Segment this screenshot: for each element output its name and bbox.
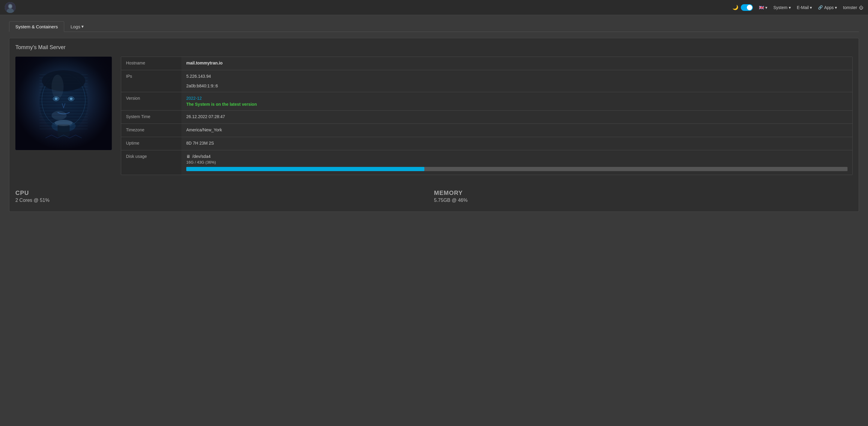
disk-usage-row: Disk usage 🖥 /dev/sda4 16G / 43G (36%) [121, 150, 852, 175]
server-card-title: Tommy's Mail Server [16, 44, 852, 51]
apps-menu-chevron: ▾ [835, 5, 837, 10]
hostname-label: Hostname [121, 57, 181, 70]
email-menu-chevron: ▾ [810, 5, 812, 10]
link-icon: 🔗 [818, 5, 823, 10]
dark-mode-toggle-container: 🌙 [733, 4, 753, 11]
server-info-layout: Hostname mail.tommytran.io IPs 5.226.143… [16, 57, 852, 175]
memory-title: MEMORY [434, 190, 852, 196]
version-row: Version 2022-12 The System is on the lat… [121, 92, 852, 110]
svg-point-31 [42, 70, 85, 91]
disk-usage-label: Disk usage [121, 150, 181, 175]
ip1: 5.226.143.94 [186, 74, 847, 78]
tab-logs[interactable]: Logs ▾ [64, 21, 90, 32]
system-time-value: 26.12.2022 07:28:47 [181, 110, 852, 124]
disk-device-label: /dev/sda4 [192, 154, 211, 159]
logs-chevron: ▾ [82, 24, 84, 29]
navbar-right: 🌙 🇬🇧 ▾ System ▾ E-Mail ▾ 🔗 Apps ▾ tomste… [733, 4, 863, 11]
disk-progress-bar [186, 167, 847, 171]
dark-mode-toggle[interactable] [741, 4, 753, 11]
avatar[interactable] [5, 2, 16, 13]
system-time-row: System Time 26.12.2022 07:28:47 [121, 110, 852, 124]
metrics-section: CPU 2 Cores @ 51% MEMORY 5.75GB @ 46% [16, 182, 852, 205]
hostname-value: mail.tommytran.io [181, 57, 852, 70]
timezone-value: America/New_York [181, 124, 852, 137]
system-time-label: System Time [121, 110, 181, 124]
moon-icon: 🌙 [733, 4, 738, 10]
email-menu-label: E-Mail [797, 5, 809, 10]
system-menu-label: System [773, 5, 787, 10]
ips-label: IPs [121, 70, 181, 92]
svg-rect-34 [58, 124, 70, 136]
ips-value: 5.226.143.94 2a0b:b840:1:9::6 [181, 70, 852, 92]
language-chevron: ▾ [765, 5, 767, 10]
tab-system-containers[interactable]: System & Containers [9, 22, 64, 32]
cpu-block: CPU 2 Cores @ 51% [16, 187, 434, 205]
system-menu-button[interactable]: System ▾ [773, 5, 791, 10]
disk-size-label: 16G / 43G (36%) [186, 160, 847, 164]
tabs-bar: System & Containers Logs ▾ [9, 21, 859, 32]
info-table: Hostname mail.tommytran.io IPs 5.226.143… [121, 57, 852, 175]
memory-block: MEMORY 5.75GB @ 46% [434, 187, 852, 205]
username-label: tomster [843, 5, 857, 10]
svg-point-32 [52, 75, 64, 99]
apps-menu-label: Apps [824, 5, 834, 10]
timezone-label: Timezone [121, 124, 181, 137]
svg-point-30 [70, 98, 73, 100]
apps-menu-button[interactable]: 🔗 Apps ▾ [818, 5, 837, 10]
uptime-label: Uptime [121, 137, 181, 150]
navbar: 🌙 🇬🇧 ▾ System ▾ E-Mail ▾ 🔗 Apps ▾ tomste… [0, 0, 868, 15]
svg-point-35 [52, 111, 67, 120]
language-menu-button[interactable]: 🇬🇧 ▾ [759, 5, 767, 10]
power-icon: ⏻ [859, 5, 863, 10]
cpu-value: 2 Cores @ 51% [16, 198, 434, 203]
version-status: The System is on the latest version [186, 102, 847, 107]
disk-icon: 🖥 [186, 154, 190, 159]
cpu-title: CPU [16, 190, 434, 196]
hostname-row: Hostname mail.tommytran.io [121, 57, 852, 70]
ips-row: IPs 5.226.143.94 2a0b:b840:1:9::6 [121, 70, 852, 92]
system-menu-chevron: ▾ [789, 5, 791, 10]
svg-point-3 [9, 5, 12, 8]
memory-value: 5.75GB @ 46% [434, 198, 852, 203]
uptime-value: 8D 7H 23M 2S [181, 137, 852, 150]
disk-usage-value: 🖥 /dev/sda4 16G / 43G (36%) [181, 150, 852, 175]
version-value: 2022-12 The System is on the latest vers… [181, 92, 852, 110]
disk-progress-fill [186, 167, 424, 171]
flag-icon: 🇬🇧 [759, 5, 764, 10]
version-label: Version [121, 92, 181, 110]
uptime-row: Uptime 8D 7H 23M 2S [121, 137, 852, 150]
server-image [16, 57, 112, 150]
version-link[interactable]: 2022-12 [186, 96, 202, 101]
page-content: System & Containers Logs ▾ Tommy's Mail … [0, 15, 868, 218]
svg-point-36 [55, 120, 73, 126]
navbar-left [5, 2, 16, 13]
server-card: Tommy's Mail Server [9, 38, 859, 212]
timezone-row: Timezone America/New_York [121, 124, 852, 137]
user-menu-button[interactable]: tomster ⏻ [843, 5, 863, 10]
ip2: 2a0b:b840:1:9::6 [186, 84, 847, 88]
email-menu-button[interactable]: E-Mail ▾ [797, 5, 812, 10]
disk-device-row: 🖥 /dev/sda4 [186, 154, 847, 159]
